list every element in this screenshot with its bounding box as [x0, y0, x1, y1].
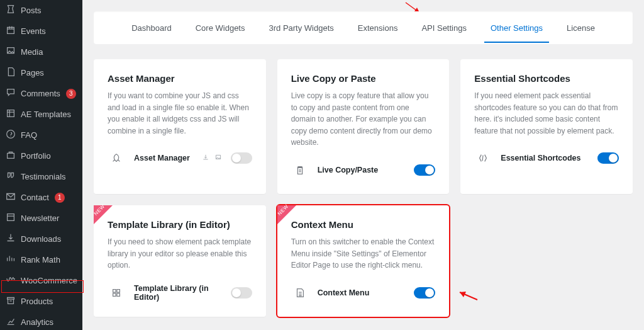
card-description: If you need element pack essential short… — [474, 90, 619, 137]
sidebar-item-label: Contact — [21, 193, 49, 202]
card-description: If you want to combine your JS and css a… — [108, 90, 252, 137]
card-description: Live copy is a copy feature that allow y… — [291, 90, 436, 149]
template-icon — [5, 108, 16, 121]
tab-dashboard[interactable]: Dashboard — [125, 13, 178, 43]
card-asset-manager: Asset ManagerIf you want to combine your… — [94, 59, 266, 194]
card-context-menu: Context MenuTurn on this switcher to ena… — [277, 205, 450, 317]
sidebar-item-analytics[interactable]: Analytics — [0, 312, 82, 330]
sidebar-item-label: Posts — [21, 6, 42, 15]
card-live-copy-or-paste: Live Copy or PasteLive copy is a copy fe… — [277, 59, 450, 194]
settings-tabbar: DashboardCore Widgets3rd Party WidgetsEx… — [94, 11, 633, 44]
brackets-icon — [474, 149, 492, 167]
comment-icon — [5, 87, 16, 100]
tab-other-settings[interactable]: Other Settings — [484, 13, 549, 43]
analytics-icon — [5, 316, 16, 329]
sidebar-item-label: Media — [21, 47, 43, 57]
sidebar-item-posts[interactable]: Posts — [0, 0, 82, 21]
paper-icon — [291, 284, 309, 302]
card-title: Essential Shortcodes — [474, 73, 619, 84]
card-feature-row: Template Library (in Editor) — [108, 284, 252, 302]
sidebar-item-rank-math[interactable]: Rank Math — [0, 249, 82, 270]
archive-icon — [5, 295, 16, 308]
rocket-icon — [108, 149, 125, 167]
sidebar-item-label: Events — [21, 26, 46, 36]
sidebar-item-media[interactable]: Media — [0, 42, 82, 62]
calendar-icon — [5, 25, 16, 38]
sidebar-item-ae-templates[interactable]: AE Templates — [0, 104, 82, 125]
tab-3rd-party-widgets[interactable]: 3rd Party Widgets — [262, 13, 340, 43]
sidebar-item-events[interactable]: Events — [0, 21, 82, 42]
sidebar-item-label: Products — [21, 297, 53, 306]
link-icon[interactable] — [202, 152, 209, 164]
sidebar-item-faq[interactable]: FAQ — [0, 125, 82, 145]
feature-label: Context Menu — [318, 288, 406, 297]
feature-toggle[interactable] — [414, 164, 435, 176]
feature-label: Essential Shortcodes — [501, 154, 589, 162]
sidebar-item-testimonials[interactable]: Testimonials — [0, 166, 82, 187]
grid-icon — [108, 284, 125, 302]
sidebar-item-label: Analytics — [21, 317, 53, 327]
pin-icon — [5, 4, 16, 17]
sidebar-item-label: Rank Math — [21, 255, 60, 265]
feature-toggle[interactable] — [231, 287, 252, 299]
card-feature-row: Essential Shortcodes — [474, 149, 619, 167]
tab-license[interactable]: License — [560, 13, 601, 43]
card-description: Turn on this switcher to enable the Cont… — [291, 236, 436, 271]
aux-icons — [202, 152, 222, 164]
feature-label: Template Library (in Editor) — [134, 284, 222, 302]
mail-icon — [5, 191, 16, 204]
feature-label: Live Copy/Paste — [318, 166, 406, 174]
sidebar-item-label: Pages — [21, 68, 44, 77]
sidebar-item-label: Testimonials — [21, 172, 66, 181]
sidebar-item-contact[interactable]: Contact1 — [0, 187, 82, 208]
sidebar-item-label: Comments — [21, 89, 60, 98]
media-icon — [5, 45, 16, 59]
sidebar-item-newsletter[interactable]: Newsletter — [0, 208, 82, 229]
card-title: Asset Manager — [108, 73, 252, 84]
sidebar-item-products[interactable]: Products — [0, 291, 82, 312]
card-title: Context Menu — [291, 219, 436, 230]
card-feature-row: Asset Manager — [108, 149, 252, 167]
sidebar-item-portfolio[interactable]: Portfolio — [0, 145, 82, 166]
main-content: DashboardCore Widgets3rd Party WidgetsEx… — [82, 0, 644, 330]
card-template-library-in-editor-: Template Library (in Editor)If you need … — [94, 205, 266, 317]
tab-api-settings[interactable]: API Settings — [415, 13, 473, 43]
sidebar-item-downloads[interactable]: Downloads — [0, 229, 82, 249]
card-feature-row: Context Menu — [291, 284, 436, 302]
card-feature-row: Live Copy/Paste — [291, 161, 436, 179]
tab-extensions[interactable]: Extensions — [352, 13, 404, 43]
news-icon — [5, 212, 16, 225]
new-ribbon — [277, 205, 296, 224]
portfolio-icon — [5, 149, 16, 162]
page-icon — [5, 66, 16, 79]
tab-core-widgets[interactable]: Core Widgets — [189, 13, 252, 43]
card-essential-shortcodes: Essential ShortcodesIf you need element … — [460, 59, 633, 194]
woo-icon — [5, 274, 16, 287]
download-icon — [5, 232, 16, 246]
feature-toggle[interactable] — [414, 287, 435, 299]
faq-icon — [5, 128, 16, 142]
clipboard-icon — [291, 161, 309, 179]
new-ribbon — [94, 205, 113, 224]
feature-toggle[interactable] — [231, 152, 252, 164]
feature-toggle[interactable] — [597, 152, 619, 164]
sidebar-item-label: Newsletter — [21, 213, 59, 223]
badge: 3 — [66, 89, 76, 99]
video-icon[interactable] — [214, 152, 222, 164]
badge: 1 — [55, 193, 65, 203]
sidebar-item-pages[interactable]: Pages — [0, 62, 82, 83]
chart-icon — [5, 253, 16, 266]
card-description: If you need to show element pack templat… — [108, 236, 252, 271]
sidebar-item-label: Downloads — [21, 234, 61, 244]
admin-sidebar: PostsEventsMediaPagesComments3AE Templat… — [0, 0, 82, 330]
sidebar-item-comments[interactable]: Comments3 — [0, 83, 82, 104]
card-title: Template Library (in Editor) — [108, 219, 252, 230]
sidebar-item-woocommerce[interactable]: WooCommerce — [0, 270, 82, 291]
card-title: Live Copy or Paste — [291, 73, 436, 84]
quote-icon — [5, 170, 16, 183]
sidebar-item-label: AE Templates — [21, 110, 71, 119]
feature-label: Asset Manager — [134, 154, 193, 162]
sidebar-item-label: WooCommerce — [21, 276, 77, 285]
sidebar-item-label: FAQ — [21, 130, 37, 140]
sidebar-item-label: Portfolio — [21, 151, 51, 161]
